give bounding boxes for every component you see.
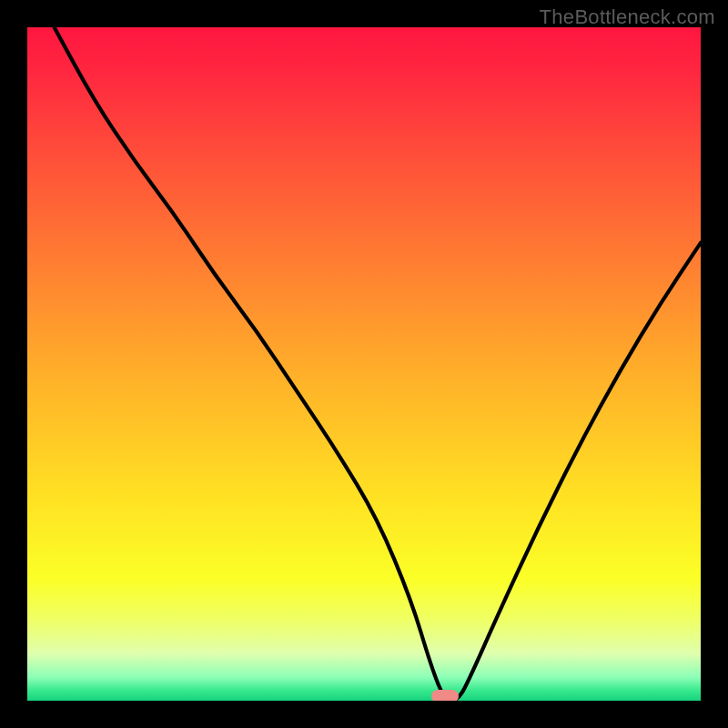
bottleneck-curve-path bbox=[55, 27, 701, 701]
curve-layer bbox=[27, 27, 701, 701]
watermark-text: TheBottleneck.com bbox=[540, 5, 715, 29]
optimal-marker bbox=[431, 690, 459, 701]
chart-frame: TheBottleneck.com bbox=[0, 0, 728, 728]
plot-area bbox=[27, 27, 701, 701]
